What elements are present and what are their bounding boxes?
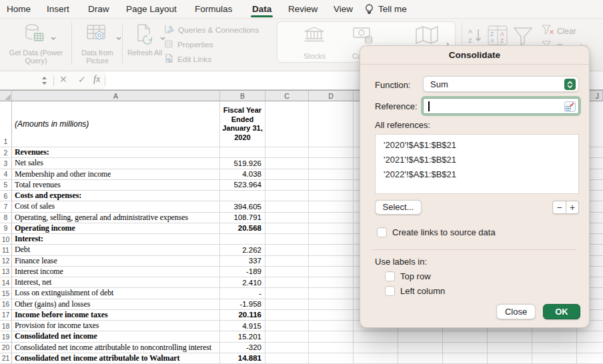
row-value-cell[interactable]: 15.201 <box>220 331 265 342</box>
cell[interactable] <box>265 310 309 321</box>
row-header[interactable]: 10 <box>0 234 12 245</box>
row-header[interactable]: 17 <box>0 310 12 321</box>
row-header[interactable]: 11 <box>0 245 12 255</box>
cell[interactable] <box>354 331 398 342</box>
cell[interactable] <box>265 180 309 191</box>
cell[interactable] <box>265 267 309 277</box>
function-select[interactable]: Sum <box>423 76 579 92</box>
row-value-cell[interactable] <box>220 147 265 158</box>
row-header[interactable]: 4 <box>0 169 12 180</box>
ok-button[interactable]: OK <box>543 304 580 319</box>
cell[interactable] <box>265 321 309 331</box>
row-value-cell[interactable]: 519.926 <box>220 158 265 169</box>
cell[interactable] <box>265 158 309 169</box>
cell[interactable] <box>265 147 309 158</box>
row-value-cell[interactable]: 4.915 <box>220 321 265 331</box>
cell[interactable] <box>265 331 309 342</box>
row-value-cell[interactable]: 20.116 <box>220 310 265 321</box>
row-label-cell[interactable]: Provision for income taxes <box>12 321 220 331</box>
row-label-cell[interactable]: Cost of sales <box>12 201 220 212</box>
cell[interactable] <box>488 331 532 342</box>
row-value-cell[interactable]: 108.791 <box>220 213 265 223</box>
menu-draw[interactable]: Draw <box>88 4 109 14</box>
row-value-cell[interactable]: 523.964 <box>220 180 265 191</box>
cell[interactable] <box>309 213 354 223</box>
column-header-b[interactable]: B <box>220 91 265 101</box>
menu-page-layout[interactable]: Page Layout <box>126 4 177 14</box>
cell[interactable] <box>398 353 443 364</box>
cell[interactable] <box>309 169 354 180</box>
row-value-cell[interactable]: -1.958 <box>220 299 265 310</box>
add-reference-button[interactable]: + <box>566 201 578 213</box>
row-value-cell[interactable]: 2.410 <box>220 277 265 288</box>
menu-insert[interactable]: Insert <box>47 4 69 14</box>
row-label-cell[interactable]: Income before income taxes <box>12 310 220 321</box>
cell[interactable] <box>309 245 354 255</box>
row-header[interactable]: 2 <box>0 147 12 158</box>
row-header[interactable]: 21 <box>0 353 12 364</box>
row-value-cell[interactable]: -189 <box>220 267 265 277</box>
row-label-cell[interactable]: Interest, net <box>12 277 220 288</box>
row-header[interactable]: 14 <box>0 277 12 288</box>
row-header[interactable]: 1 <box>0 101 12 147</box>
row-value-cell[interactable]: 4.038 <box>220 169 265 180</box>
cell[interactable] <box>309 331 354 342</box>
cell[interactable] <box>309 101 354 147</box>
row-label-cell[interactable]: Total revenues <box>12 180 220 191</box>
cell[interactable] <box>354 343 398 353</box>
row-label-cell[interactable]: Other (gains) and losses <box>12 299 220 310</box>
cell[interactable] <box>443 343 488 353</box>
select-all-corner[interactable] <box>0 91 12 101</box>
cell[interactable] <box>309 299 354 310</box>
row-label-cell[interactable]: Debt <box>12 245 220 255</box>
row-label-cell[interactable]: Consolidated net income attributable to … <box>12 343 220 353</box>
cell[interactable] <box>309 191 354 201</box>
row-value-cell[interactable]: 2.262 <box>220 245 265 255</box>
cell[interactable] <box>309 223 354 234</box>
cell[interactable] <box>532 343 577 353</box>
row-label-cell[interactable]: Finance lease <box>12 256 220 267</box>
cell[interactable] <box>398 331 443 342</box>
row-label-cell[interactable]: Interest: <box>12 234 220 245</box>
cell-a1[interactable]: (Amounts in millions) <box>12 101 220 147</box>
cell[interactable] <box>443 353 488 364</box>
create-links-checkbox[interactable] <box>377 227 387 237</box>
remove-reference-button[interactable]: − <box>553 201 566 213</box>
row-header[interactable]: 3 <box>0 158 12 169</box>
row-label-cell[interactable]: Consolidated net income <box>12 331 220 342</box>
close-button[interactable]: Close <box>496 304 536 319</box>
cell[interactable] <box>265 191 309 201</box>
row-header[interactable]: 5 <box>0 180 12 191</box>
row-label-cell[interactable]: Net sales <box>12 158 220 169</box>
row-header[interactable]: 15 <box>0 288 12 299</box>
cell[interactable] <box>577 331 603 342</box>
reference-item[interactable]: '2020'!$A$1:$B$21 <box>376 138 578 153</box>
cell[interactable] <box>309 158 354 169</box>
cell[interactable] <box>443 331 488 342</box>
row-label-cell[interactable]: Revenues: <box>12 147 220 158</box>
row-value-cell[interactable]: - <box>220 288 265 299</box>
cell[interactable] <box>265 353 309 364</box>
row-header[interactable]: 9 <box>0 223 12 234</box>
cell[interactable] <box>309 256 354 267</box>
row-header[interactable]: 18 <box>0 321 12 331</box>
cell[interactable] <box>577 343 603 353</box>
row-label-cell[interactable]: Interest income <box>12 267 220 277</box>
row-header[interactable]: 13 <box>0 267 12 277</box>
cell[interactable] <box>265 245 309 255</box>
row-label-cell[interactable]: Membership and other income <box>12 169 220 180</box>
cell[interactable] <box>265 213 309 223</box>
cell[interactable] <box>265 223 309 234</box>
reference-item[interactable]: '2021'!$A$1:$B$21 <box>376 153 578 167</box>
menu-home[interactable]: Home <box>7 4 31 14</box>
row-header[interactable]: 7 <box>0 201 12 212</box>
row-value-cell[interactable]: 394.605 <box>220 201 265 212</box>
menu-review[interactable]: Review <box>288 4 318 14</box>
column-header-d[interactable]: D <box>309 91 354 101</box>
row-value-cell[interactable]: 14.881 <box>220 353 265 364</box>
row-label-cell[interactable]: Consolidated net income attributable to … <box>12 353 220 364</box>
cell[interactable] <box>265 101 309 147</box>
top-row-checkbox[interactable] <box>385 271 395 281</box>
row-value-cell[interactable]: -320 <box>220 343 265 353</box>
cell[interactable] <box>309 321 354 331</box>
